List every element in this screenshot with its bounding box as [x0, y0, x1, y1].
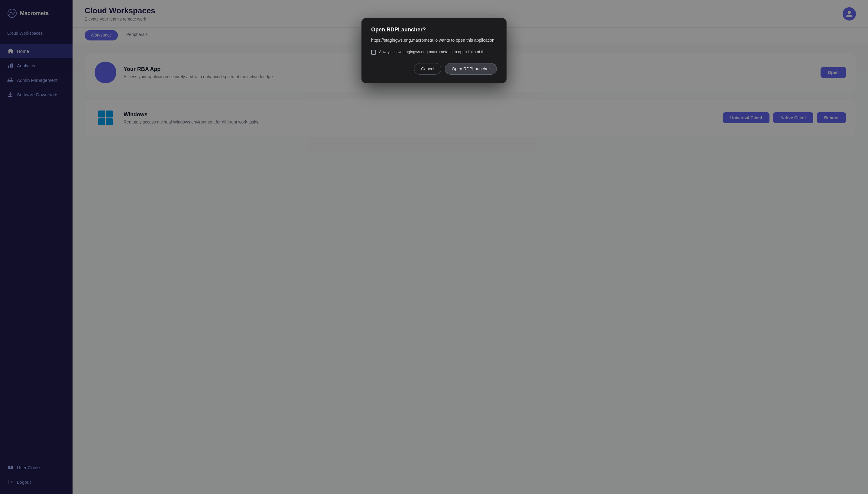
rdp-launcher-dialog: Open RDPLauncher? https://stagingws.eng.… [361, 18, 507, 83]
dialog-checkbox-label: Always allow stagingws.eng.macrometa.io … [379, 50, 488, 54]
dialog-checkbox-row: Always allow stagingws.eng.macrometa.io … [371, 50, 497, 55]
dialog-cancel-button[interactable]: Cancel [414, 63, 441, 75]
dialog-actions: Cancel Open RDPLauncher [371, 63, 497, 75]
dialog-always-allow-checkbox[interactable] [371, 50, 376, 55]
dialog-confirm-button[interactable]: Open RDPLauncher [445, 63, 497, 75]
dialog-title: Open RDPLauncher? [371, 26, 497, 33]
dialog-overlay: Open RDPLauncher? https://stagingws.eng.… [0, 0, 868, 494]
dialog-body: https://stagingws.eng.macrometa.io wants… [371, 37, 497, 43]
